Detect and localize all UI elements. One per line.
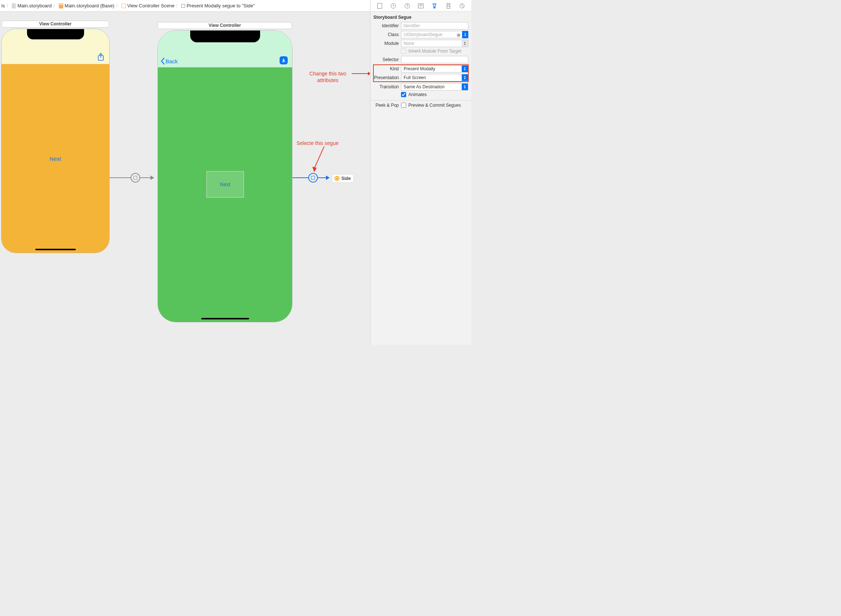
- breadcrumb-segue-label: Present Modally segue to "Side": [186, 3, 255, 9]
- row-identifier: Identifier: [374, 22, 468, 29]
- row-presentation: Presentation Full Screen ▲▼: [374, 74, 468, 81]
- annotation-attrs-line2: attributes: [317, 77, 338, 83]
- row-animates: Animates: [374, 92, 468, 97]
- vc1-title-bar[interactable]: View Controller: [1, 21, 109, 28]
- presentation-select[interactable]: Full Screen ▲▼: [401, 74, 468, 81]
- row-inherit: Inherit Module From Target: [374, 48, 468, 54]
- row-kind: Kind Present Modally ▲▼: [374, 65, 468, 72]
- side-chip-label: Side: [341, 176, 350, 181]
- vc2-title-bar[interactable]: View Controller: [157, 22, 292, 29]
- vc2-content: Next: [158, 66, 292, 322]
- class-value: UIStoryboardSegue: [404, 32, 442, 37]
- file-inspector-tab[interactable]: [376, 2, 383, 10]
- svg-text:?: ?: [406, 4, 408, 8]
- annotation-attributes: Change this two attributes: [304, 70, 352, 84]
- annotation-arrow-segue: [311, 147, 326, 173]
- storyboard-file-icon: [59, 3, 63, 9]
- breadcrumb-root-label: ls: [1, 3, 5, 9]
- label-peekpop: Peek & Pop: [374, 103, 401, 108]
- inspector-body: Storyboard Segue Identifier Class UIStor…: [371, 12, 471, 108]
- vc2-scene[interactable]: Back Next: [157, 30, 293, 322]
- chevron-updown-icon: ▲▼: [462, 74, 468, 81]
- segue-line-1b: [140, 177, 151, 178]
- annotation-segue: Selecte this segue: [296, 140, 338, 147]
- row-peekpop: Peek & Pop Preview & Commit Segues: [374, 103, 468, 108]
- viewcontroller-icon: ◯: [334, 176, 340, 181]
- segue-node-selected[interactable]: [308, 173, 318, 182]
- breadcrumb-item-segue[interactable]: Present Modally segue to "Side": [182, 3, 255, 9]
- segue-node-1[interactable]: [130, 173, 140, 182]
- vc2-title-label: View Controller: [209, 23, 241, 28]
- label-class: Class: [374, 32, 401, 37]
- help-inspector-tab[interactable]: ?: [404, 2, 411, 10]
- size-inspector-tab[interactable]: [445, 2, 452, 10]
- vc1-scene[interactable]: Next: [1, 29, 110, 253]
- inherit-label: Inherit Module From Target: [408, 48, 462, 54]
- chevron-right-icon: 〉: [116, 3, 120, 9]
- kind-value: Present Modally: [404, 66, 435, 71]
- download-button[interactable]: [280, 56, 288, 65]
- breadcrumb-item-scene[interactable]: View Controller Scene: [122, 3, 174, 9]
- row-transition: Transition Same As Destination ▲▼: [374, 83, 468, 91]
- present-modally-icon: [133, 176, 137, 180]
- annotation-arrow-attrs: [352, 71, 370, 76]
- label-presentation: Presentation: [374, 75, 401, 80]
- attributes-inspector-tab[interactable]: [431, 2, 438, 10]
- module-select[interactable]: None ▲▼: [401, 40, 468, 47]
- row-module: Module None ▲▼: [374, 40, 468, 47]
- transition-select[interactable]: Same As Destination ▲▼: [401, 83, 468, 91]
- chevron-updown-icon: ▲▼: [462, 84, 468, 90]
- breadcrumb-base-label: Main.storyboard (Base): [65, 3, 114, 9]
- class-clear-icon[interactable]: ◉: [457, 32, 462, 38]
- back-button[interactable]: Back: [161, 58, 178, 65]
- breadcrumb-item-base[interactable]: Main.storyboard (Base): [59, 3, 114, 9]
- selector-input[interactable]: [401, 56, 468, 63]
- chevron-updown-icon: ▲▼: [462, 40, 468, 47]
- class-dropdown-button[interactable]: ▲▼: [462, 31, 468, 38]
- connections-inspector-tab[interactable]: [459, 2, 466, 10]
- svg-rect-12: [447, 3, 450, 9]
- row-class: Class UIStoryboardSegue ◉ ▲▼: [374, 31, 468, 38]
- back-button-label: Back: [166, 58, 178, 65]
- present-modally-icon: [311, 176, 315, 180]
- breadcrumb-item-root[interactable]: ls: [1, 3, 5, 9]
- peekpop-checkbox[interactable]: Preview & Commit Segues: [401, 103, 468, 108]
- inherit-module-checkbox[interactable]: Inherit Module From Target: [401, 48, 468, 54]
- vc1-next-button[interactable]: Next: [50, 155, 61, 161]
- breadcrumb-file-label: Main.storyboard: [17, 3, 51, 9]
- peekpop-label: Preview & Commit Segues: [408, 103, 461, 108]
- separator: [371, 100, 471, 100]
- label-transition: Transition: [374, 84, 401, 89]
- share-button[interactable]: [98, 53, 104, 61]
- annotation-attrs-line1: Change this two: [309, 70, 346, 76]
- segue-arrowhead-1: [151, 176, 154, 180]
- svg-line-4: [314, 147, 324, 169]
- segue-icon: [182, 4, 185, 8]
- vc1-title-label: View Controller: [40, 21, 72, 26]
- inspector-heading: Storyboard Segue: [374, 15, 468, 20]
- row-selector: Selector: [374, 56, 468, 63]
- vc1-content: Next: [1, 64, 109, 253]
- animates-checkbox[interactable]: Animates: [401, 92, 468, 97]
- inspector-panel: ? Storyboard Segue Identifier Class UISt…: [370, 0, 471, 345]
- breadcrumb-scene-label: View Controller Scene: [127, 3, 174, 9]
- share-icon: [98, 53, 104, 61]
- container-view-selected[interactable]: Next: [207, 171, 244, 198]
- label-identifier: Identifier: [374, 23, 401, 28]
- chevron-right-icon: 〉: [53, 3, 57, 9]
- label-kind: Kind: [374, 66, 401, 71]
- vc2-next-label: Next: [220, 182, 231, 187]
- class-field[interactable]: UIStoryboardSegue ◉: [401, 31, 462, 38]
- transition-value: Same As Destination: [404, 84, 444, 89]
- breadcrumb-item-file[interactable]: Main.storyboard: [12, 3, 51, 9]
- file-icon: [12, 3, 16, 9]
- identity-inspector-tab[interactable]: [417, 2, 425, 10]
- highlighted-attributes-box: Kind Present Modally ▲▼ Presentation Ful…: [374, 65, 468, 82]
- label-selector: Selector: [374, 57, 401, 62]
- identifier-input[interactable]: [401, 22, 468, 29]
- storyboard-canvas[interactable]: View Controller Next View Controller Bac…: [0, 12, 370, 345]
- kind-select[interactable]: Present Modally ▲▼: [401, 65, 468, 72]
- download-icon: [281, 58, 286, 63]
- history-inspector-tab[interactable]: [390, 2, 397, 10]
- side-scene-chip[interactable]: ◯ Side: [332, 174, 354, 183]
